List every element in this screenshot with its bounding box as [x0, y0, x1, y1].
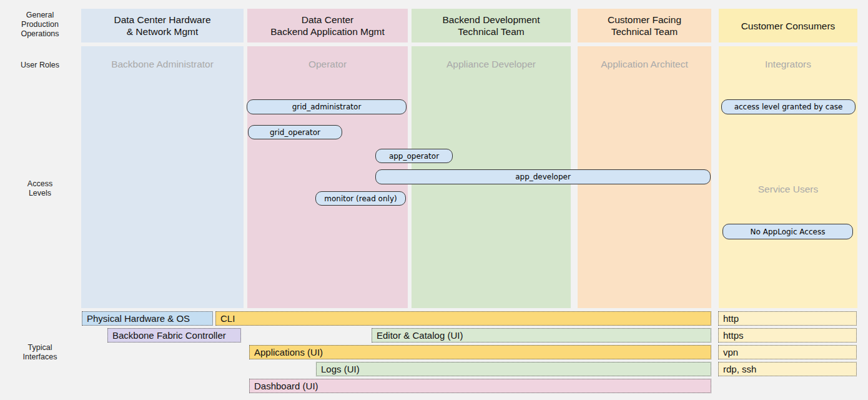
user-role-integrators: Integrators	[719, 46, 857, 70]
access-pill-grid-operator: grid_operator	[248, 125, 342, 139]
role-access-diagram: General Production Operations User Roles…	[0, 0, 868, 400]
user-role-application-architect: Application Architect	[578, 46, 711, 70]
column-header-dc-hardware-network: Data Center Hardware & Network Mgmt	[81, 9, 244, 42]
interface-bar-backbone-fabric-controller: Backbone Fabric Controller	[107, 328, 241, 342]
interface-bar-rdp-ssh: rdp, ssh	[718, 362, 857, 376]
interface-bar-applications-ui: Applications (UI)	[249, 345, 711, 359]
access-pill-monitor-read-only: monitor (read only)	[315, 191, 406, 206]
interface-bar-physical-hardware-os: Physical Hardware & OS	[82, 311, 213, 326]
access-pill-granted-by-case: access level granted by case	[721, 99, 856, 114]
interface-bar-cli: CLI	[215, 311, 711, 326]
access-pill-app-operator: app_operator	[375, 149, 453, 163]
column-header-dc-backend-app: Data Center Backend Application Mgmt	[247, 9, 408, 42]
label-general-production-operations: General Production Operations	[7, 11, 72, 39]
column-header-customer-consumers: Customer Consumers	[719, 9, 857, 42]
user-role-service-users: Service Users	[719, 184, 857, 195]
interface-bar-http: http	[718, 311, 857, 326]
label-typical-interfaces: Typical Interfaces	[7, 343, 72, 362]
interface-bar-logs-ui: Logs (UI)	[316, 362, 711, 376]
interface-bar-editor-catalog-ui: Editor & Catalog (UI)	[372, 328, 711, 342]
user-role-operator: Operator	[247, 46, 408, 70]
column-header-customer-facing-team: Customer Facing Technical Team	[578, 9, 711, 42]
column-body-customer-consumers: Integrators	[719, 46, 857, 308]
label-user-roles: User Roles	[7, 61, 72, 70]
interface-bar-https: https	[718, 328, 857, 342]
access-pill-grid-administrator: grid_administrator	[247, 99, 407, 114]
user-role-appliance-developer: Appliance Developer	[412, 46, 571, 70]
column-body-dc-hardware-network: Backbone Administrator	[81, 46, 244, 308]
interface-bar-dashboard-ui: Dashboard (UI)	[249, 379, 711, 393]
user-role-backbone-administrator: Backbone Administrator	[81, 46, 244, 70]
access-pill-no-applogic-access: No AppLogic Access	[723, 224, 853, 239]
access-pill-app-developer: app_developer	[375, 169, 711, 184]
label-access-levels: Access Levels	[7, 179, 72, 198]
interface-bar-vpn: vpn	[718, 345, 857, 359]
column-header-backend-dev-team: Backend Development Technical Team	[412, 9, 571, 42]
